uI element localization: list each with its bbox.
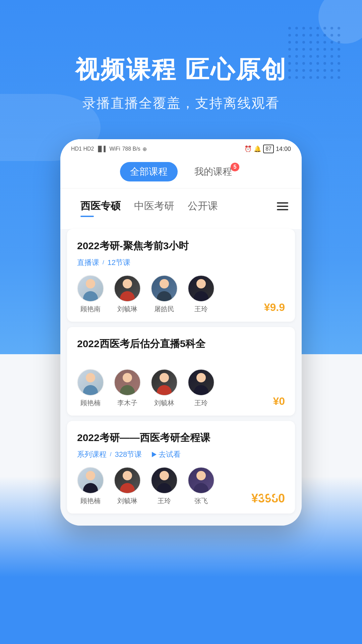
teacher-3-4: 张飞 (188, 467, 215, 505)
background: // Will generate dots via JS below 视频课程 … (0, 0, 362, 644)
course-price-1: ¥9.9 (264, 301, 285, 313)
teacher-2-3: 刘毓林 (151, 369, 178, 408)
teacher-name-1-2: 刘毓琳 (117, 305, 137, 314)
cat-chinese-medicine[interactable]: 中医考研 (127, 197, 181, 216)
tab-bar: 全部课程 我的课程 5 (60, 157, 302, 189)
teacher-name-2-1: 顾艳楠 (80, 398, 101, 408)
menu-line-3 (277, 209, 288, 210)
teacher-1-4: 王玲 (188, 275, 215, 314)
hero-subtitle: 录播直播全覆盖，支持离线观看 (0, 94, 362, 112)
teacher-name-2-4: 王玲 (194, 398, 208, 408)
teacher-avatar-1-3 (151, 275, 178, 302)
play-icon (152, 452, 157, 457)
teacher-avatar-2-2 (114, 369, 141, 396)
status-bar: HD1 HD2 ▐▌▌ WiFi 788 B/s ⊕ ⏰ 🔔 87 14:00 (60, 139, 302, 157)
teachers-row-3: 顾艳楠 刘毓琳 王玲 (77, 467, 285, 505)
teacher-name-3-4: 张飞 (194, 496, 208, 505)
teacher-avatar-3-3 (151, 467, 178, 494)
yo-label: Yo (259, 485, 278, 503)
price-area-1: ¥9.9 (264, 301, 285, 314)
menu-line-2 (277, 206, 288, 207)
teacher-3-3: 王玲 (151, 467, 178, 505)
course-title-1: 2022考研-聚焦考前3小时 (77, 239, 285, 253)
battery-indicator: 87 (263, 145, 274, 153)
teacher-avatar-3-1 (77, 467, 104, 494)
course-card-2[interactable]: 2022西医考后估分直播5科全 顾艳楠 (67, 327, 295, 416)
cat-open-course[interactable]: 公开课 (181, 197, 225, 216)
status-left: HD1 HD2 ▐▌▌ WiFi 788 B/s ⊕ (71, 146, 147, 152)
teacher-avatar-3-2 (114, 467, 141, 494)
teacher-name-3-2: 刘毓琳 (117, 496, 137, 505)
teacher-3-1: 顾艳楠 (77, 467, 104, 505)
teacher-3-2: 刘毓琳 (114, 467, 141, 505)
teacher-avatar-2-3 (151, 369, 178, 396)
alarm-icon: ⏰ (244, 145, 252, 153)
teacher-1-1: 顾艳南 (77, 275, 104, 314)
teacher-avatar-1-2 (114, 275, 141, 302)
course-tag-lessons-3: 328节课 (115, 449, 142, 460)
teacher-avatar-3-4 (188, 467, 215, 494)
network-icon: ⊕ (142, 146, 147, 152)
course-tag-type-1: 直播课 (77, 258, 99, 268)
network-info: HD1 HD2 (71, 146, 94, 152)
status-right: ⏰ 🔔 87 14:00 (244, 145, 291, 153)
course-tag-lessons-1: 12节课 (107, 258, 130, 268)
time-display: 14:00 (276, 146, 291, 153)
tag-divider-1: / (103, 260, 104, 266)
course-card-1[interactable]: 2022考研-聚焦考前3小时 直播课 / 12节课 顾艳南 (67, 229, 295, 322)
course-list: 2022考研-聚焦考前3小时 直播课 / 12节课 顾艳南 (60, 229, 302, 526)
teacher-name-2-3: 刘毓林 (154, 398, 174, 408)
teacher-name-3-1: 顾艳楠 (80, 496, 101, 505)
course-tags-3: 系列课程 / 328节课 去试看 (77, 449, 285, 460)
teacher-1-2: 刘毓琳 (114, 275, 141, 314)
teacher-2-1: 顾艳楠 (77, 369, 104, 408)
course-tag-type-3: 系列课程 (77, 449, 107, 460)
teachers-row-2: 顾艳楠 李木子 刘毓林 (77, 369, 285, 408)
tab-badge: 5 (231, 163, 239, 171)
teacher-name-3-3: 王玲 (158, 496, 171, 505)
try-watch-button[interactable]: 去试看 (152, 449, 181, 460)
teacher-avatar-1-1 (77, 275, 104, 302)
phone-frame: HD1 HD2 ▐▌▌ WiFi 788 B/s ⊕ ⏰ 🔔 87 14:00 (60, 139, 302, 526)
hero-title: 视频课程 匠心原创 (0, 54, 362, 86)
signal-bars: ▐▌▌ (96, 146, 107, 152)
course-spacer-2 (77, 356, 285, 369)
tab-my-courses[interactable]: 我的课程 5 (184, 162, 242, 181)
teacher-2-4: 王玲 (188, 369, 215, 408)
speed-info: 788 B/s (122, 146, 140, 152)
mute-icon: 🔔 (254, 145, 261, 153)
tag-divider-3: / (110, 451, 111, 458)
tab-all-courses[interactable]: 全部课程 (120, 162, 178, 181)
teacher-name-2-2: 李木子 (117, 398, 137, 408)
teacher-avatar-2-1 (77, 369, 104, 396)
teacher-avatar-2-4 (188, 369, 215, 396)
wifi-icon: WiFi (109, 146, 120, 152)
teachers-row-1: 顾艳南 刘毓琳 屠皓民 (77, 275, 285, 314)
hero-section: 视频课程 匠心原创 录播直播全覆盖，支持离线观看 (0, 0, 362, 112)
teacher-avatar-1-4 (188, 275, 215, 302)
course-title-3: 2022考研——西医考研全程课 (77, 431, 285, 445)
teacher-name-1-3: 屠皓民 (154, 305, 174, 314)
cat-western-medicine[interactable]: 西医专硕 (74, 197, 127, 216)
course-title-2: 2022西医考后估分直播5科全 (77, 337, 285, 351)
category-nav: 西医专硕 中医考研 公开课 (60, 189, 302, 224)
course-price-2: ¥0 (273, 395, 285, 407)
menu-button[interactable] (277, 202, 288, 210)
teacher-1-3: 屠皓民 (151, 275, 178, 314)
price-area-2: ¥0 (273, 395, 285, 408)
teacher-name-1-4: 王玲 (194, 305, 208, 314)
teacher-name-1-1: 顾艳南 (80, 305, 101, 314)
teacher-2-2: 李木子 (114, 369, 141, 408)
course-tags-1: 直播课 / 12节课 (77, 258, 285, 268)
menu-line-1 (277, 202, 288, 204)
phone-mockup: HD1 HD2 ▐▌▌ WiFi 788 B/s ⊕ ⏰ 🔔 87 14:00 (60, 139, 302, 526)
